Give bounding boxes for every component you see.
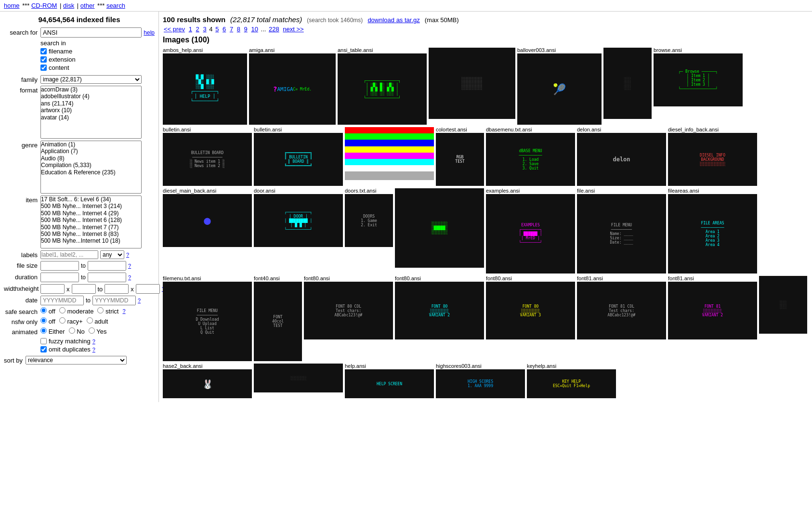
thumb-file[interactable]: file.ansi FILE MENU─────────Name: ____Si…	[577, 188, 666, 274]
thumb-door[interactable]: door.ansi ┌──────────┐│ DOOR ││ ████████…	[254, 188, 343, 274]
thumb-doors-txt[interactable]: doors.txt.ansi DOORS1. Game2. Exit	[345, 188, 393, 274]
omit-help[interactable]: ?	[92, 347, 95, 352]
file-size-from[interactable]	[40, 261, 79, 271]
search-for-label: search for	[4, 29, 38, 36]
thumb-help[interactable]: help.ansi HELP SCREEN	[345, 363, 434, 398]
safe-help[interactable]: ?	[122, 308, 125, 314]
sort-select[interactable]: relevance date size name	[26, 356, 127, 365]
thumb-examples[interactable]: examples.ansi EXAMPLES┌────────┐│ ██████…	[486, 188, 575, 274]
thumb-font81-1[interactable]: font81.ansi FONT 81 COLTest chars:ABCabc…	[577, 275, 666, 361]
thumb-fileareas[interactable]: fileareas.ansi FILE AREAS──────────Area …	[668, 188, 757, 274]
height-to[interactable]	[136, 284, 160, 294]
page-8[interactable]: 8	[237, 26, 240, 33]
nav-disk[interactable]: disk	[63, 2, 74, 9]
download-link[interactable]: download as tar.gz	[367, 16, 419, 24]
animated-yes-radio[interactable]	[89, 327, 95, 334]
thumb-ballover[interactable]: ballover003.ansi 🎾	[517, 47, 602, 125]
thumb-highscores[interactable]: highscores003.ansi HIGH SCORES1. AAA 999…	[436, 363, 525, 398]
thumb-font40[interactable]: font40.ansi FONT40colTEST	[254, 275, 302, 361]
thumb-empty2[interactable]: ░░░░░░░░░	[603, 47, 652, 125]
page-9[interactable]: 9	[244, 26, 248, 33]
date-help[interactable]: ?	[138, 298, 141, 303]
omit-duplicates-checkbox[interactable]	[40, 346, 47, 352]
results-count: 100 results shown	[163, 15, 225, 24]
thumb-colorbar[interactable]: .	[345, 127, 434, 186]
fuzzy-matching-checkbox[interactable]	[40, 338, 47, 344]
page-5[interactable]: 5	[215, 26, 219, 33]
search-input[interactable]	[40, 27, 142, 38]
thumb-bulletin1[interactable]: bulletin.ansi BULLETIN BOARD────────────…	[163, 127, 252, 186]
file-size-to[interactable]	[88, 261, 126, 271]
thumb-empty-bottom[interactable]: ░░░░░░░	[254, 363, 343, 398]
nsfw-adult-radio[interactable]	[87, 317, 93, 324]
page-1[interactable]: 1	[189, 26, 192, 33]
safe-off-radio[interactable]	[40, 307, 47, 313]
thumb-amiga[interactable]: amiga.ansi ?AMIGAC= MrEd.	[249, 47, 336, 125]
page-2[interactable]: 2	[196, 26, 199, 33]
prev-page[interactable]: << prev	[164, 26, 185, 33]
family-select[interactable]: image (22,817) archive audio document ex…	[40, 75, 142, 84]
width-from[interactable]	[40, 284, 65, 294]
thumb-dbase[interactable]: dbasemenu.txt.ansi dBASE MENU──────────1…	[486, 127, 575, 186]
thumb-empty3[interactable]: ░░░░░░░░█████░░░░░░░░	[395, 188, 484, 274]
thumb-bulletin2[interactable]: bulletin.ansi ╔══════════╗║ BULLETIN ║║ …	[254, 127, 343, 186]
thumb-label: bulletin.ansi	[254, 127, 282, 132]
last-page[interactable]: 228	[269, 26, 279, 33]
duration-from[interactable]	[40, 273, 79, 282]
width-to[interactable]	[105, 284, 129, 294]
family-label: family	[4, 75, 38, 83]
thumb-diesel-info[interactable]: diesel_info_back.ansi DIESEL INFOBACKGRO…	[668, 127, 757, 186]
page-10[interactable]: 10	[251, 26, 258, 33]
fuzzy-help[interactable]: ?	[92, 339, 95, 344]
thumb-browse[interactable]: browse.ansi ┌─ Browse ──────┐│ Item 1 ││…	[654, 47, 743, 125]
thumb-font80-3[interactable]: font80.ansi FONT 80░░░░░░░░VARIANT 3	[486, 275, 575, 361]
thumb-colortest[interactable]: colortest.ansi RGBTEST	[436, 127, 484, 186]
filename-checkbox[interactable]	[40, 48, 47, 54]
wh-label: widthxheight	[4, 284, 38, 292]
safe-moderate-radio[interactable]	[59, 307, 65, 313]
animated-no-radio[interactable]	[69, 327, 75, 334]
labels-dropdown[interactable]: any all	[100, 250, 124, 259]
height-from[interactable]	[72, 284, 96, 294]
thumb-diesel-main[interactable]: diesel_main_back.ansi ●	[163, 188, 252, 274]
content-checkbox[interactable]	[40, 65, 47, 71]
nav-cdrom[interactable]: CD-ROM	[31, 2, 57, 9]
genre-select[interactable]: Animation (1) Application (7) Audio (8) …	[40, 141, 142, 194]
thumb-ansi-table[interactable]: ansi_table.ansi ┌──────────────┐│ ░█░ █░…	[338, 47, 427, 125]
thumb-label: keyhelp.ansi	[527, 363, 556, 369]
thumb-ambos[interactable]: ambos_help.ansi █░█ ░░░░█░ █░█░░█ ░░░┌──…	[163, 47, 247, 125]
duration-help[interactable]: ?	[128, 274, 131, 280]
nav-other[interactable]: other	[80, 2, 95, 9]
thumb-keyhelp[interactable]: keyhelp.ansi KEY HELPESC=Quit F1=Help	[527, 363, 616, 398]
item-select[interactable]: 17 Bit Soft... 6: Level 6 (34) 500 MB Ny…	[40, 195, 142, 248]
page-3[interactable]: 3	[203, 26, 206, 33]
thumb-font81-2[interactable]: font81.ansi FONT 81░░░░░░░░VARIANT 2	[668, 275, 757, 361]
thumb-font80-1[interactable]: font80.ansi FONT 80 COLTest chars:ABCabc…	[304, 275, 393, 361]
thumb-filemenu[interactable]: filemenu.txt.ansi FILE MENU─────────D Do…	[163, 275, 252, 361]
thumb-font80-2[interactable]: font80.ansi FONT 80░░░░░░░░VARIANT 2	[395, 275, 484, 361]
labels-input[interactable]	[40, 250, 98, 259]
nsfw-racy-radio[interactable]	[59, 317, 65, 324]
nav-home[interactable]: home	[4, 2, 20, 9]
nav-search[interactable]: search	[106, 2, 125, 9]
next-page[interactable]: next >>	[283, 26, 303, 33]
animated-either-radio[interactable]	[40, 327, 47, 334]
date-from[interactable]	[40, 296, 84, 305]
date-to[interactable]	[92, 296, 136, 305]
genre-label: genre	[4, 141, 38, 149]
thumb-empty1[interactable]: ░░░░░░░░░░░░░░░░░░░░░░░░░░░	[429, 47, 515, 125]
format-select[interactable]: acornDraw (3) adobeIllustrator (4) ans (…	[40, 86, 142, 139]
labels-help[interactable]: ?	[126, 252, 129, 258]
nsfw-label: nsfw only	[4, 317, 38, 326]
page-6[interactable]: 6	[223, 26, 226, 33]
file-size-help[interactable]: ?	[128, 263, 131, 269]
thumb-delon[interactable]: delon.ansi delon	[577, 127, 666, 186]
extension-checkbox[interactable]	[40, 56, 47, 63]
thumb-hase2[interactable]: hase2_back.ansi 🐰	[163, 363, 252, 398]
thumb-empty-font[interactable]: ░░░░░░	[759, 275, 807, 361]
nsfw-off-radio[interactable]	[40, 317, 47, 324]
safe-strict-radio[interactable]	[97, 307, 104, 313]
duration-to[interactable]	[88, 273, 126, 282]
help-link[interactable]: help	[144, 29, 155, 36]
page-7[interactable]: 7	[230, 26, 233, 33]
